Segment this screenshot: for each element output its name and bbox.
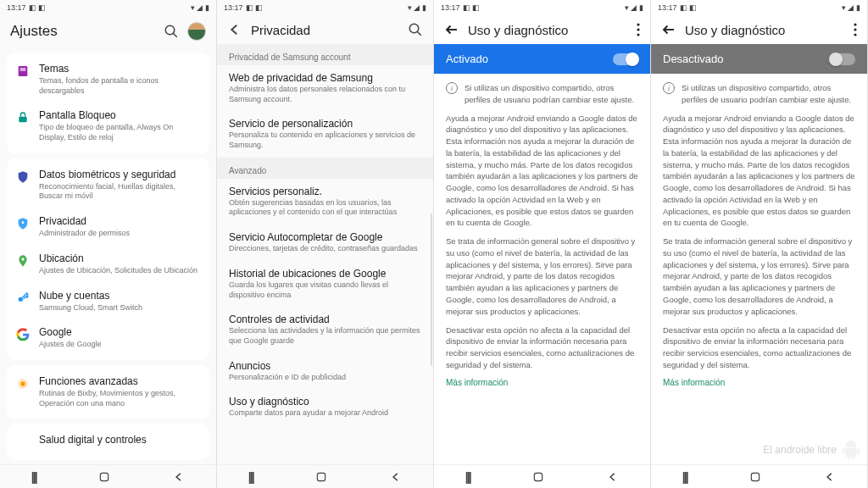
svg-rect-3 (20, 68, 26, 71)
themes-icon (15, 64, 31, 79)
switch-on[interactable] (613, 53, 638, 65)
settings-group: Datos biométricos y seguridad Reconocimi… (7, 158, 209, 360)
more-info-link[interactable]: Más información (651, 374, 867, 394)
recent-button[interactable]: ||| (682, 470, 687, 484)
back-icon[interactable] (227, 22, 242, 37)
toggle-bar-off[interactable]: Desactivado (651, 44, 867, 74)
privacy-panel: 13:17◧ ◧ ▾ ◢ ▮ Privacidad Privacidad de … (217, 0, 434, 488)
row-sub: Rutinas de Bixby, Movimientos y gestos, … (39, 389, 201, 408)
scrollbar[interactable] (431, 214, 432, 366)
row-title: Funciones avanzadas (39, 375, 201, 388)
home-button[interactable] (532, 471, 544, 483)
page-title: Privacidad (251, 23, 399, 37)
back-button[interactable] (607, 471, 619, 483)
home-button[interactable] (749, 471, 761, 483)
home-button[interactable] (315, 471, 327, 483)
key-icon (15, 291, 31, 306)
body-p3: Desactivar esta opción no afecta a la ca… (434, 321, 650, 374)
status-time: 13:17 (441, 3, 460, 12)
svg-point-21 (854, 28, 856, 30)
info-icon: i (446, 82, 458, 94)
svg-point-9 (20, 381, 25, 385)
row-sub: Direcciones, tarjetas de crédito, contra… (229, 244, 421, 254)
settings-row[interactable]: Privacidad Administrador de permisos (7, 208, 209, 246)
back-button[interactable] (824, 471, 836, 483)
search-icon[interactable] (164, 24, 179, 39)
page-title: Uso y diagnóstico (685, 23, 845, 37)
row-sub: Personaliza tu contenido en aplicaciones… (229, 130, 421, 150)
page-title: Uso y diagnóstico (468, 23, 628, 37)
recent-button[interactable]: ||| (31, 470, 36, 484)
settings-row[interactable]: Salud digital y controles (7, 427, 209, 457)
privacy-row[interactable]: Servicios personaliz. Obtén sugerencias … (217, 179, 433, 225)
svg-line-12 (417, 31, 421, 36)
settings-row[interactable]: Ubicación Ajustes de Ubicación, Solicitu… (7, 246, 209, 283)
back-button[interactable] (390, 471, 402, 483)
toggle-bar-on[interactable]: Activado (434, 44, 650, 74)
svg-point-7 (19, 297, 23, 301)
settings-row[interactable]: Nube y cuentas Samsung Cloud, Smart Swit… (7, 283, 209, 320)
recent-button[interactable]: ||| (248, 470, 253, 484)
status-right-icons: ▾ ◢ ▮ (191, 3, 209, 12)
page-title: Ajustes (10, 23, 155, 40)
more-icon[interactable] (637, 23, 640, 36)
settings-row[interactable]: Datos biométricos y seguridad Reconocimi… (7, 162, 209, 208)
privacy-row[interactable]: Servicio Autocompletar de Google Direcci… (217, 225, 433, 261)
status-bar: 13:17◧ ◧ ▾ ◢ ▮ (217, 0, 433, 15)
back-button[interactable] (173, 471, 185, 483)
settings-group: Funciones avanzadas Rutinas de Bixby, Mo… (7, 365, 209, 419)
settings-row[interactable]: Google Ajustes de Google (7, 319, 209, 357)
row-title: Servicios personaliz. (229, 186, 421, 197)
settings-row[interactable]: Temas Temas, fondos de pantalla e iconos… (7, 56, 209, 103)
row-sub: Guarda los lugares que visitas cuando ll… (229, 280, 421, 300)
usage-header: Uso y diagnóstico (434, 15, 650, 44)
status-time: 13:17 (224, 3, 243, 12)
status-bar: 13:17◧ ◧ ▾ ◢ ▮ (651, 0, 867, 15)
row-title: Historial de ubicaciones de Google (229, 268, 421, 280)
info-text: Si utilizas un dispositivo compartido, o… (682, 82, 855, 106)
usage-header: Uso y diagnóstico (651, 15, 867, 44)
settings-group: Salud digital y controles (7, 424, 209, 460)
info-text: Si utilizas un dispositivo compartido, o… (465, 82, 638, 106)
info-icon: i (663, 82, 675, 94)
recent-button[interactable]: ||| (465, 470, 470, 484)
nav-bar: ||| (434, 464, 650, 488)
back-arrow-icon[interactable] (661, 22, 676, 37)
lock-icon (15, 110, 31, 125)
watermark: El androide libre (763, 439, 862, 461)
row-sub: Personalización e ID de publicidad (229, 373, 421, 383)
avatar[interactable] (187, 22, 206, 41)
svg-rect-10 (101, 473, 108, 480)
privacy-row[interactable]: Historial de ubicaciones de Google Guard… (217, 261, 433, 307)
row-sub: Temas, fondos de pantalla e iconos desca… (39, 76, 201, 96)
search-icon[interactable] (408, 22, 423, 37)
privacy-row[interactable]: Controles de actividad Selecciona las ac… (217, 307, 433, 352)
svg-rect-18 (535, 473, 542, 480)
row-sub: Tipo de bloqueo de pantalla, Always On D… (39, 123, 201, 142)
blank-icon (15, 435, 31, 450)
back-arrow-icon[interactable] (444, 22, 459, 37)
status-time: 13:17 (7, 3, 26, 12)
home-button[interactable] (98, 471, 110, 483)
section-label: Privacidad de Samsung account (217, 44, 433, 65)
settings-row[interactable]: Pantalla Bloqueo Tipo de bloqueo de pant… (7, 103, 209, 149)
privacy-row[interactable]: Servicio de personalización Personaliza … (217, 111, 433, 157)
svg-point-17 (637, 33, 639, 36)
privacy-row[interactable]: Anuncios Personalización e ID de publici… (217, 353, 433, 390)
privacy-row[interactable]: Web de privacidad de Samsung Administra … (217, 65, 433, 111)
row-title: Uso y diagnóstico (229, 396, 421, 408)
svg-rect-4 (19, 117, 26, 123)
nav-bar: ||| (0, 464, 216, 488)
switch-off[interactable] (830, 53, 855, 65)
svg-point-6 (21, 258, 24, 260)
status-left-icons: ◧ ◧ (29, 3, 47, 12)
more-icon[interactable] (854, 23, 857, 36)
more-info-link[interactable]: Más información (434, 374, 650, 394)
settings-row[interactable]: Funciones avanzadas Rutinas de Bixby, Mo… (7, 369, 209, 415)
row-title: Controles de actividad (229, 313, 421, 325)
privacy-row[interactable]: Uso y diagnóstico Comparte datos para ay… (217, 389, 433, 425)
row-sub: Obtén sugerencias basadas en los usuario… (229, 198, 421, 218)
row-sub: Ajustes de Google (39, 340, 201, 350)
body-p2: Se trata de información general sobre el… (434, 232, 650, 320)
row-title: Ubicación (39, 252, 201, 265)
